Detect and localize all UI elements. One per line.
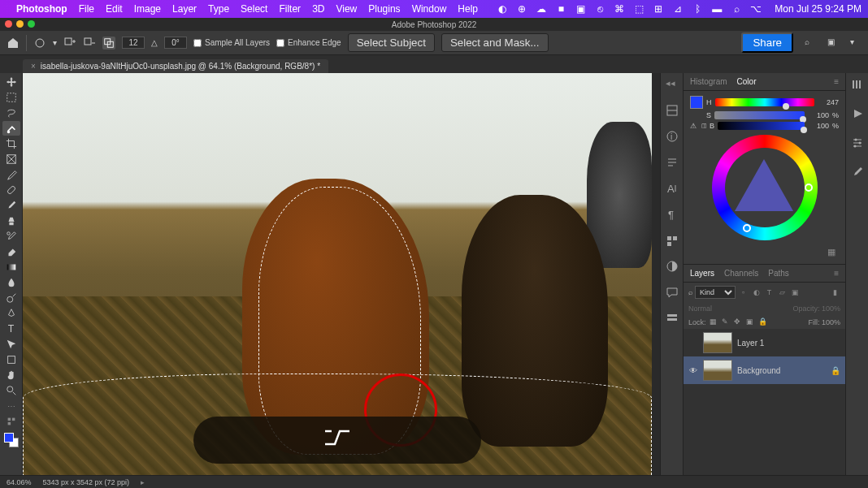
layer-row[interactable]: 👁 Background 🔒 bbox=[684, 356, 845, 384]
status-icon[interactable]: ◐ bbox=[497, 3, 508, 15]
menu-file[interactable]: File bbox=[79, 3, 94, 15]
lock-pos-icon[interactable]: ✥ bbox=[734, 317, 743, 326]
foreground-color[interactable] bbox=[4, 433, 14, 443]
lasso-tool[interactable] bbox=[2, 106, 20, 120]
character-icon[interactable]: A bbox=[666, 182, 679, 195]
menu-filter[interactable]: Filter bbox=[279, 3, 301, 15]
blur-tool[interactable] bbox=[2, 275, 20, 290]
sat-slider[interactable] bbox=[714, 111, 805, 119]
status-icon[interactable]: ▣ bbox=[575, 3, 586, 15]
subtract-selection-icon[interactable] bbox=[83, 37, 96, 50]
chevron-down-icon[interactable]: ▾ bbox=[53, 38, 57, 47]
doc-dimensions[interactable]: 5343 px x 3542 px (72 ppi) bbox=[43, 478, 130, 486]
home-icon[interactable] bbox=[7, 37, 20, 50]
marquee-tool[interactable] bbox=[2, 90, 20, 105]
menu-image[interactable]: Image bbox=[134, 3, 161, 15]
layer-thumbnail[interactable] bbox=[703, 360, 732, 381]
chevron-down-icon[interactable]: ▾ bbox=[850, 37, 861, 49]
more-tools[interactable]: ⋯ bbox=[2, 399, 20, 413]
brush-preview-icon[interactable] bbox=[33, 37, 46, 50]
path-tool[interactable] bbox=[2, 337, 20, 352]
close-window[interactable] bbox=[5, 20, 12, 28]
bri-value[interactable]: 100 bbox=[808, 122, 829, 130]
expand-panels-icon[interactable]: ◂◂ bbox=[666, 78, 679, 91]
bri-slider[interactable] bbox=[718, 122, 805, 130]
add-selection-icon[interactable] bbox=[63, 37, 76, 50]
workspace-icon[interactable]: ▣ bbox=[827, 37, 839, 49]
hue-picker[interactable] bbox=[805, 184, 813, 192]
hue-slider[interactable] bbox=[715, 98, 815, 106]
filter-adjust-icon[interactable]: ◐ bbox=[751, 287, 762, 298]
layer-thumbnail[interactable] bbox=[703, 332, 732, 353]
paragraph-icon[interactable]: ¶ bbox=[666, 208, 679, 221]
filter-smart-icon[interactable]: ▣ bbox=[790, 287, 801, 298]
status-flyout-icon[interactable]: ▸ bbox=[141, 478, 145, 486]
dodge-tool[interactable] bbox=[2, 291, 20, 305]
lock-paint-icon[interactable]: ✎ bbox=[722, 317, 731, 326]
select-subject-button[interactable]: Select Subject bbox=[348, 33, 435, 52]
scrollbar[interactable] bbox=[652, 73, 660, 475]
properties-icon[interactable] bbox=[666, 156, 679, 169]
filter-type-icon[interactable]: T bbox=[764, 287, 775, 298]
filter-pixel-icon[interactable]: ▫ bbox=[738, 287, 749, 298]
menu-plugins[interactable]: Plugins bbox=[368, 3, 400, 15]
shape-tool[interactable] bbox=[2, 352, 20, 367]
select-and-mask-button[interactable]: Select and Mask... bbox=[441, 33, 549, 52]
menu-view[interactable]: View bbox=[336, 3, 357, 15]
library-grid-icon[interactable] bbox=[851, 78, 864, 91]
document-tab[interactable]: × isabella-juskova-9aNItHjuOc0-unsplash.… bbox=[23, 59, 328, 73]
pen-tool[interactable] bbox=[2, 306, 20, 321]
status-icon[interactable]: ■ bbox=[555, 3, 566, 15]
filter-shape-icon[interactable]: ▱ bbox=[777, 287, 788, 298]
blend-mode[interactable]: Normal bbox=[688, 304, 712, 313]
panel-icon[interactable] bbox=[666, 104, 679, 117]
eraser-tool[interactable] bbox=[2, 244, 20, 259]
app-name[interactable]: Photoshop bbox=[16, 3, 67, 15]
menu-layer[interactable]: Layer bbox=[172, 3, 197, 15]
tab-layers[interactable]: Layers bbox=[690, 269, 714, 278]
shade-picker[interactable] bbox=[743, 224, 751, 232]
info-icon[interactable]: i bbox=[666, 130, 679, 143]
search-icon[interactable]: ⌕ bbox=[731, 3, 742, 15]
search-icon[interactable]: ⌕ bbox=[805, 37, 816, 49]
menu-3d[interactable]: 3D bbox=[312, 3, 324, 15]
clone-tool[interactable] bbox=[2, 214, 20, 228]
color-wheel[interactable] bbox=[712, 135, 818, 240]
layer-name[interactable]: Layer 1 bbox=[737, 339, 764, 348]
status-icon[interactable]: ⊞ bbox=[653, 3, 664, 15]
sample-all-layers-checkbox[interactable]: Sample All Layers bbox=[193, 38, 270, 47]
enhance-edge-checkbox[interactable]: Enhance Edge bbox=[276, 38, 341, 47]
brush-size-input[interactable]: 12 bbox=[122, 37, 145, 49]
lock-trans-icon[interactable]: ▦ bbox=[710, 317, 718, 326]
control-center-icon[interactable]: ⌥ bbox=[750, 3, 762, 15]
panel-menu-icon[interactable]: ≡ bbox=[834, 269, 839, 278]
maximize-window[interactable] bbox=[28, 20, 35, 28]
filter-search-icon[interactable]: ⌕ bbox=[688, 288, 692, 296]
intersect-selection-icon[interactable] bbox=[102, 37, 115, 50]
crop-tool[interactable] bbox=[2, 136, 20, 151]
gradient-tool[interactable] bbox=[2, 260, 20, 274]
zoom-level[interactable]: 64.06% bbox=[7, 478, 32, 486]
play-icon[interactable] bbox=[851, 107, 864, 120]
layer-name[interactable]: Background bbox=[737, 366, 780, 375]
foreground-swatch[interactable] bbox=[690, 96, 703, 109]
brush-settings-icon[interactable] bbox=[851, 166, 864, 179]
close-tab-icon[interactable]: × bbox=[31, 62, 36, 71]
share-button[interactable]: Share bbox=[741, 32, 793, 53]
zoom-tool[interactable] bbox=[2, 383, 20, 398]
status-icon[interactable]: ⊕ bbox=[516, 3, 527, 15]
battery-icon[interactable]: ▬ bbox=[711, 3, 723, 15]
color-swatch[interactable] bbox=[4, 433, 19, 447]
clock[interactable]: Mon Jul 25 9:24 PM bbox=[775, 3, 861, 15]
status-icon[interactable]: ⌘ bbox=[614, 3, 625, 15]
bluetooth-icon[interactable]: ᛒ bbox=[692, 3, 703, 15]
status-icon[interactable]: ☁ bbox=[536, 3, 547, 15]
minimize-window[interactable] bbox=[16, 20, 24, 28]
hue-value[interactable]: 247 bbox=[818, 98, 839, 106]
panel-menu-icon[interactable]: ≡ bbox=[834, 77, 839, 86]
hand-tool[interactable] bbox=[2, 368, 20, 382]
lock-icon[interactable]: 🔒 bbox=[831, 366, 840, 375]
status-icon[interactable]: ⬚ bbox=[633, 3, 644, 15]
menu-window[interactable]: Window bbox=[412, 3, 447, 15]
sat-value[interactable]: 100 bbox=[808, 111, 829, 119]
